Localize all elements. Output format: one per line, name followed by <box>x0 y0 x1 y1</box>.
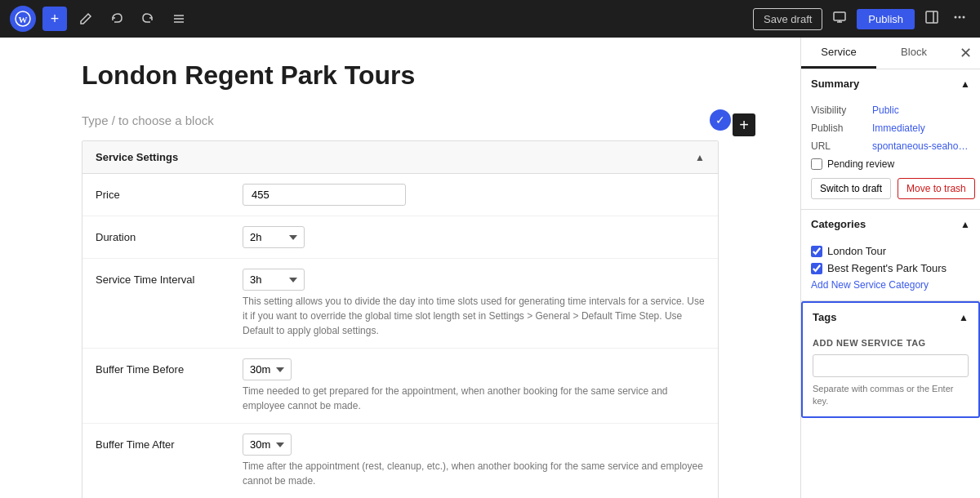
wp-logo: W <box>10 6 36 32</box>
buffer-before-label: Buffer Time Before <box>96 358 243 376</box>
svg-point-11 <box>959 16 961 18</box>
post-title[interactable]: London Regent Park Tours <box>82 54 719 97</box>
tags-content: ADD NEW SERVICE TAG Separate with commas… <box>803 331 978 416</box>
visibility-label: Visibility <box>811 104 872 116</box>
summary-section: Summary ▲ Visibility Public Publish Imme… <box>801 69 980 210</box>
block-placeholder: Type / to choose a block + ✓ <box>82 113 719 127</box>
sidebar-toggle-button[interactable] <box>921 7 942 32</box>
url-value[interactable]: spontaneous-seahorse... <box>872 140 970 152</box>
switch-draft-button[interactable]: Switch to draft <box>811 178 891 199</box>
url-row: URL spontaneous-seahorse... <box>811 140 970 152</box>
buffer-after-help: Time after the appointment (rest, cleanu… <box>243 459 705 488</box>
actions-row: Switch to draft Move to trash <box>811 178 970 199</box>
buffer-after-row: Buffer Time After 0 15m 30m 45m 1h Time … <box>82 424 718 498</box>
redo-button[interactable] <box>136 7 160 31</box>
buffer-before-control: 0 15m 30m 45m 1h Time needed to get prep… <box>243 358 705 413</box>
svg-rect-5 <box>834 12 845 20</box>
buffer-after-select[interactable]: 0 15m 30m 45m 1h <box>243 434 292 456</box>
list-view-button[interactable] <box>167 7 191 31</box>
summary-content: Visibility Public Publish Immediately UR… <box>801 98 980 209</box>
category-label-1: Best Regent's Park Tours <box>827 262 947 274</box>
tags-title: Tags <box>813 311 836 323</box>
move-trash-button[interactable]: Move to trash <box>898 178 975 199</box>
service-settings-section: Service Settings ▲ Price Duration Defaul… <box>82 140 719 498</box>
add-category-link[interactable]: Add New Service Category <box>811 279 970 291</box>
edit-icon-button[interactable] <box>74 7 98 31</box>
tab-block[interactable]: Block <box>876 38 951 69</box>
price-control <box>243 184 705 206</box>
add-block-button[interactable]: + <box>42 7 67 31</box>
publish-value[interactable]: Immediately <box>872 122 925 134</box>
add-block-inline-button[interactable]: + <box>733 113 755 136</box>
check-indicator: ✓ <box>710 109 731 131</box>
category-item: London Tour <box>811 245 970 257</box>
price-row: Price <box>82 174 718 216</box>
publish-row: Publish Immediately <box>811 122 970 134</box>
topbar: W + Save draft Publish <box>0 0 980 38</box>
add-tag-label: ADD NEW SERVICE TAG <box>813 338 969 348</box>
tags-section: Tags ▲ ADD NEW SERVICE TAG Separate with… <box>801 301 980 418</box>
tab-service[interactable]: Service <box>801 38 876 69</box>
service-settings-chevron: ▲ <box>695 152 705 163</box>
summary-chevron: ▲ <box>960 78 970 90</box>
tag-input[interactable] <box>813 354 969 377</box>
category-label-0: London Tour <box>827 245 886 257</box>
categories-title: Categories <box>811 218 866 230</box>
price-label: Price <box>96 184 243 201</box>
interval-row: Service Time Interval Default 30m 1h 1h3… <box>82 259 718 349</box>
publish-label: Publish <box>811 122 872 134</box>
svg-point-10 <box>955 16 957 18</box>
editor-area: London Regent Park Tours Type / to choos… <box>0 38 800 498</box>
placeholder-text: Type / to choose a block <box>82 113 214 127</box>
buffer-before-help: Time needed to get prepared for the appo… <box>243 384 705 413</box>
url-label: URL <box>811 140 872 152</box>
undo-button[interactable] <box>105 7 129 31</box>
buffer-after-label: Buffer Time After <box>96 434 243 451</box>
buffer-after-control: 0 15m 30m 45m 1h Time after the appointm… <box>243 434 705 488</box>
category-checkbox-1[interactable] <box>811 263 822 274</box>
preview-button[interactable] <box>829 7 850 32</box>
pending-checkbox[interactable] <box>811 158 822 170</box>
pending-label: Pending review <box>827 158 894 170</box>
duration-row: Duration Default 30m 1h 1h30m 2h 2h30m 3… <box>82 216 718 259</box>
buffer-before-row: Buffer Time Before 0 15m 30m 45m 1h Time… <box>82 349 718 424</box>
svg-text:W: W <box>19 15 28 24</box>
duration-control: Default 30m 1h 1h30m 2h 2h30m 3h <box>243 226 705 248</box>
price-input[interactable] <box>243 184 406 206</box>
summary-title: Summary <box>811 78 859 90</box>
more-options-button[interactable] <box>949 7 970 32</box>
main-layout: London Regent Park Tours Type / to choos… <box>0 38 980 498</box>
visibility-value[interactable]: Public <box>872 104 899 116</box>
categories-header[interactable]: Categories ▲ <box>801 210 980 238</box>
right-sidebar: Service Block ✕ Summary ▲ Visibility Pub… <box>800 38 980 498</box>
category-checkbox-0[interactable] <box>811 246 822 257</box>
publish-button[interactable]: Publish <box>857 9 915 29</box>
svg-point-12 <box>963 16 965 18</box>
service-settings-header[interactable]: Service Settings ▲ <box>82 141 718 174</box>
duration-label: Duration <box>96 226 243 243</box>
interval-select[interactable]: Default 30m 1h 1h30m 2h 2h30m 3h <box>243 269 305 291</box>
categories-chevron: ▲ <box>960 219 970 230</box>
service-settings-title: Service Settings <box>96 151 178 163</box>
tags-chevron: ▲ <box>959 312 969 323</box>
tag-hint: Separate with commas or the Enter key. <box>813 384 953 406</box>
interval-help: This setting allows you to divide the da… <box>243 294 705 338</box>
visibility-row: Visibility Public <box>811 104 970 116</box>
buffer-before-select[interactable]: 0 15m 30m 45m 1h <box>243 358 292 380</box>
category-item: Best Regent's Park Tours <box>811 262 970 274</box>
interval-control: Default 30m 1h 1h30m 2h 2h30m 3h This se… <box>243 269 705 338</box>
summary-section-header[interactable]: Summary ▲ <box>801 69 980 98</box>
interval-label: Service Time Interval <box>96 269 243 286</box>
duration-select[interactable]: Default 30m 1h 1h30m 2h 2h30m 3h <box>243 226 305 248</box>
categories-content: London Tour Best Regent's Park Tours Add… <box>801 238 980 300</box>
svg-rect-8 <box>926 11 938 23</box>
categories-section: Categories ▲ London Tour Best Regent's P… <box>801 210 980 301</box>
sidebar-close-button[interactable]: ✕ <box>951 39 980 67</box>
save-draft-button[interactable]: Save draft <box>753 8 822 30</box>
pending-row: Pending review <box>811 158 970 170</box>
tags-header[interactable]: Tags ▲ <box>803 303 978 331</box>
